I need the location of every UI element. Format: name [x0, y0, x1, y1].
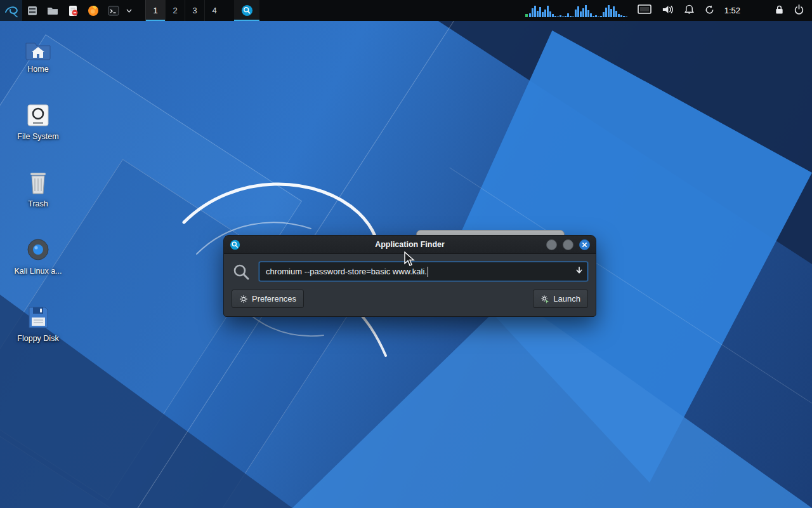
launcher-dropdown-chevron-icon[interactable]: [124, 0, 134, 21]
window-title: Application Finder: [224, 240, 596, 249]
kali-menu-button[interactable]: [0, 0, 22, 21]
desktop-icon-label: Kali Linux a...: [5, 267, 71, 276]
workspace-label: 4: [212, 6, 216, 15]
volume-icon[interactable]: [661, 4, 674, 17]
terminal-icon: [107, 4, 120, 17]
application-finder-icon: [230, 239, 240, 250]
system-tray: 1:52: [525, 0, 812, 21]
home-icon: [23, 36, 53, 61]
minimize-button[interactable]: [546, 239, 557, 250]
desktop-icon-file-system[interactable]: File System: [5, 103, 71, 141]
kali-logo-icon: [4, 3, 19, 18]
preferences-button[interactable]: Preferences: [232, 290, 304, 308]
desktop-icon-label: Trash: [5, 199, 71, 208]
power-icon[interactable]: [794, 4, 804, 17]
floppy-icon: [23, 305, 53, 330]
desktop: Home File System Trash Kali Linux a...: [0, 0, 812, 508]
desktop-icon-trash[interactable]: Trash: [5, 170, 71, 208]
notification-bell-icon[interactable]: [684, 4, 695, 17]
search-icon: [232, 262, 251, 281]
document-icon: [67, 4, 79, 17]
refresh-icon[interactable]: [704, 4, 715, 17]
top-panel: 1 2 3 4: [0, 0, 812, 21]
launch-button[interactable]: Launch: [533, 290, 588, 308]
application-finder-task-icon: [241, 4, 253, 17]
lock-icon[interactable]: [775, 4, 784, 17]
file-manager-launcher[interactable]: [22, 0, 43, 21]
close-icon: [582, 242, 587, 248]
cpu-graph[interactable]: [525, 4, 628, 18]
workspace-label: 2: [173, 6, 177, 15]
launch-icon: [540, 295, 549, 304]
desktop-icon-label: File System: [5, 132, 71, 141]
file-cabinet-icon: [26, 4, 39, 17]
text-caret: [428, 267, 428, 277]
close-button[interactable]: [579, 239, 590, 250]
folder-launcher[interactable]: [43, 0, 63, 21]
launch-label: Launch: [553, 294, 580, 304]
workspace-label: 3: [192, 6, 197, 15]
dropdown-arrow-icon[interactable]: [575, 267, 583, 277]
maximize-button[interactable]: [563, 239, 573, 250]
application-finder-window: Application Finder chromium --password: [223, 235, 596, 317]
firefox-launcher[interactable]: [83, 0, 103, 21]
desktop-icon-label: Floppy Disk: [5, 334, 71, 343]
desktop-icon-floppy-disk[interactable]: Floppy Disk: [5, 305, 71, 343]
workspace-2[interactable]: 2: [165, 0, 185, 21]
workspace-4[interactable]: 4: [204, 0, 224, 21]
search-input[interactable]: chromium --password-store=basic www.kali…: [259, 262, 588, 281]
drive-icon: [23, 103, 53, 128]
desktop-icon-home[interactable]: Home: [5, 36, 71, 74]
clock[interactable]: 1:52: [724, 6, 740, 15]
gear-icon: [239, 295, 248, 304]
mouse-cursor: [403, 251, 416, 267]
text-editor-launcher[interactable]: [63, 0, 83, 21]
trash-icon: [23, 170, 53, 196]
workspace-label: 1: [153, 6, 157, 15]
search-query-text: chromium --password-store=basic www.kali…: [266, 267, 427, 276]
workspace-1[interactable]: 1: [145, 0, 165, 21]
firefox-icon: [87, 4, 100, 17]
display-icon[interactable]: [638, 4, 652, 17]
disc-icon: [23, 237, 53, 263]
desktop-icon-kali-linux[interactable]: Kali Linux a...: [5, 237, 71, 276]
workspace-3[interactable]: 3: [185, 0, 204, 21]
terminal-launcher[interactable]: [103, 0, 124, 21]
taskbar-application-finder[interactable]: [234, 0, 259, 21]
folder-icon: [46, 4, 59, 17]
preferences-label: Preferences: [252, 294, 296, 304]
desktop-icon-label: Home: [5, 65, 71, 74]
